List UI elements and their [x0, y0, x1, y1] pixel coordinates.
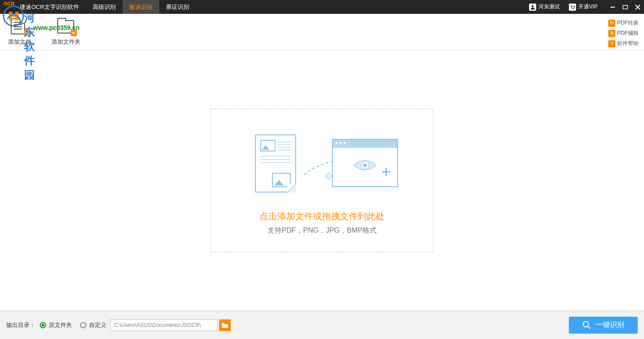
svg-rect-4	[623, 5, 627, 9]
main-content: ✥ + 点击添加文件或拖拽文件到此处 支持PDF，PNG，JPG，BMP格式	[0, 50, 644, 310]
svg-line-11	[588, 326, 590, 329]
tab-advanced[interactable]: 高级识别	[86, 0, 123, 14]
tab-ticket[interactable]: 票证识别	[159, 0, 196, 14]
add-folder-label: 添加文件夹	[51, 38, 80, 46]
radio-unchecked-icon	[80, 322, 86, 328]
svg-point-10	[583, 322, 589, 327]
eye-icon	[352, 158, 378, 173]
window-controls	[606, 0, 644, 14]
toolbar: + 添加文件 + 添加文件夹 ↻ PDF转换 ✎ PDF编辑 ? 软件帮助	[0, 14, 644, 50]
minimize-button[interactable]	[606, 0, 619, 14]
folder-icon	[221, 322, 229, 328]
recognize-button[interactable]: 一键识别	[569, 317, 638, 334]
help-icon: ?	[608, 40, 615, 47]
user-button[interactable]: 河东测试	[525, 3, 564, 11]
link-pdf-convert-label: PDF转换	[617, 19, 639, 27]
user-label: 河东测试	[538, 3, 560, 11]
add-file-button[interactable]: + 添加文件	[8, 18, 31, 46]
dropzone-illustration: ✥ +	[233, 126, 411, 197]
convert-icon: ↻	[608, 20, 615, 27]
output-path-input[interactable]	[110, 319, 217, 331]
dropzone-subtitle: 支持PDF，PNG，JPG，BMP格式	[267, 226, 377, 235]
tab-fast[interactable]: 极速识别	[123, 0, 159, 14]
svg-point-2	[573, 8, 574, 9]
svg-point-0	[531, 5, 534, 7]
output-radio-group: 原文件夹 自定义	[40, 321, 106, 329]
svg-point-9	[363, 163, 367, 167]
link-pdf-edit[interactable]: ✎ PDF编辑	[608, 29, 639, 37]
cart-icon	[569, 4, 576, 11]
dropzone[interactable]: ✥ + 点击添加文件或拖拽文件到此处 支持PDF，PNG，JPG，BMP格式	[211, 109, 433, 252]
link-pdf-convert[interactable]: ↻ PDF转换	[608, 19, 639, 27]
radio-original-label: 原文件夹	[49, 321, 72, 329]
edit-icon: ✎	[608, 30, 615, 37]
app-title: 捷速OCR文字识别软件	[20, 3, 79, 11]
radio-custom-folder[interactable]: 自定义	[80, 321, 106, 329]
recognize-label: 一键识别	[596, 320, 624, 330]
search-icon	[582, 321, 591, 330]
footer: 输出目录： 原文件夹 自定义 一键识别	[0, 310, 644, 339]
radio-custom-label: 自定义	[89, 321, 106, 329]
link-help[interactable]: ? 软件帮助	[608, 40, 639, 47]
vip-button[interactable]: 开通VIP	[564, 3, 602, 11]
add-file-icon: +	[11, 18, 29, 35]
tabs: 高级识别 极速识别 票证识别	[86, 0, 196, 14]
browse-button[interactable]	[219, 319, 231, 331]
svg-point-1	[571, 8, 572, 9]
maximize-button[interactable]	[619, 0, 631, 14]
side-links: ↻ PDF转换 ✎ PDF编辑 ? 软件帮助	[608, 19, 639, 47]
logo-small-text: OCR	[4, 1, 14, 6]
close-button[interactable]	[631, 0, 644, 14]
output-dir-label: 输出目录：	[6, 321, 35, 329]
add-folder-button[interactable]: + 添加文件夹	[51, 18, 80, 46]
add-file-label: 添加文件	[8, 38, 31, 46]
radio-checked-icon	[40, 322, 46, 328]
link-help-label: 软件帮助	[617, 40, 639, 47]
vip-label: 开通VIP	[578, 3, 597, 11]
titlebar: OCR 捷速OCR文字识别软件 高级识别 极速识别 票证识别 河东测试 开通VI…	[0, 0, 644, 14]
user-icon	[529, 4, 536, 11]
radio-original-folder[interactable]: 原文件夹	[40, 321, 72, 329]
add-folder-icon: +	[57, 18, 75, 35]
titlebar-right: 河东测试 开通VIP	[525, 0, 644, 14]
link-pdf-edit-label: PDF编辑	[617, 29, 639, 37]
dropzone-title: 点击添加文件或拖拽文件到此处	[259, 210, 385, 222]
